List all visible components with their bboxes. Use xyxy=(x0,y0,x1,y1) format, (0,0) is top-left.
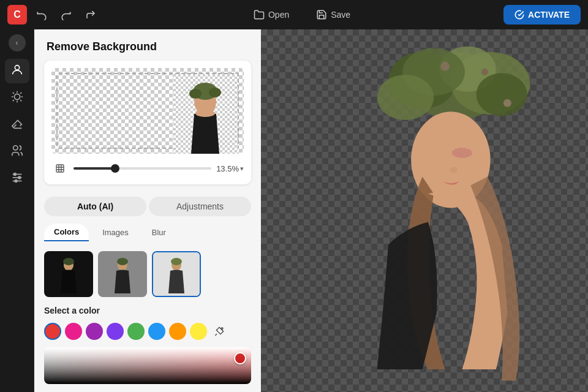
eyedropper-button[interactable] xyxy=(211,323,228,340)
open-button[interactable]: Open xyxy=(246,6,296,24)
erase-icon xyxy=(10,117,24,134)
svg-point-21 xyxy=(63,258,74,265)
svg-point-8 xyxy=(15,179,17,182)
svg-point-26 xyxy=(221,328,223,330)
svg-point-6 xyxy=(13,173,16,175)
svg-point-18 xyxy=(195,110,215,117)
tab-blur[interactable]: Blur xyxy=(142,224,176,241)
save-button[interactable]: Save xyxy=(309,6,358,24)
svg-point-35 xyxy=(481,69,488,75)
select-color-label: Select a color xyxy=(34,302,261,320)
palette-yellow[interactable] xyxy=(190,323,207,340)
palette-pink[interactable] xyxy=(65,323,82,340)
redo-forward-button[interactable] xyxy=(81,5,100,24)
redo-button[interactable] xyxy=(56,5,76,24)
svg-point-17 xyxy=(209,88,221,97)
svg-rect-19 xyxy=(56,165,64,172)
palette-purple[interactable] xyxy=(86,323,103,340)
tab-auto-ai[interactable]: Auto (AI) xyxy=(44,197,146,216)
panel: Remove Background xyxy=(34,29,261,392)
fit-view-button[interactable] xyxy=(51,160,69,177)
gradient-indicator xyxy=(234,352,246,364)
zoom-value: 13.5% ▾ xyxy=(216,164,244,173)
bg-swatches-row xyxy=(34,246,261,302)
sidebar-item-group[interactable] xyxy=(5,140,29,164)
svg-point-32 xyxy=(477,73,527,116)
chevron-left-icon: ‹ xyxy=(16,39,18,47)
palette-green[interactable] xyxy=(127,323,145,340)
canvas-area xyxy=(261,29,588,392)
svg-point-16 xyxy=(189,89,202,99)
sidebar-item-effects[interactable] xyxy=(5,86,29,110)
preview-box: 13.5% ▾ xyxy=(44,61,251,184)
adjust-icon xyxy=(10,171,24,187)
svg-point-38 xyxy=(452,148,472,158)
main-canvas-image xyxy=(261,29,588,392)
icon-sidebar: ‹ xyxy=(0,29,34,392)
effects-icon xyxy=(10,90,24,107)
main-tabs: Auto (AI) Adjustments xyxy=(34,194,261,221)
svg-point-36 xyxy=(503,99,511,107)
zoom-slider[interactable] xyxy=(74,167,211,170)
svg-point-34 xyxy=(440,62,450,71)
sidebar-item-erase[interactable] xyxy=(5,113,29,137)
svg-point-33 xyxy=(377,75,434,120)
color-palette-row xyxy=(34,320,261,345)
tab-adjustments[interactable]: Adjustments xyxy=(149,197,251,216)
svg-point-2 xyxy=(13,145,17,149)
undo-button[interactable] xyxy=(32,5,51,24)
svg-point-1 xyxy=(14,94,20,99)
palette-violet[interactable] xyxy=(107,323,124,340)
topbar: C Open Save ACTIVATE xyxy=(0,0,588,29)
palette-blue[interactable] xyxy=(148,323,165,340)
svg-point-0 xyxy=(15,65,19,69)
topbar-center: Open Save xyxy=(105,6,499,24)
color-gradient-picker[interactable] xyxy=(44,347,251,384)
profile-icon xyxy=(10,63,24,80)
swatch-light[interactable] xyxy=(152,251,201,297)
swatch-grey[interactable] xyxy=(98,251,147,297)
palette-orange[interactable] xyxy=(169,323,186,340)
group-icon xyxy=(10,144,24,160)
preview-person-svg xyxy=(173,74,238,154)
sidebar-item-profile[interactable] xyxy=(5,59,29,83)
main-layout: ‹ Remove Backgro xyxy=(0,29,588,392)
preview-image-area xyxy=(51,68,244,154)
palette-red[interactable] xyxy=(44,323,61,340)
zoom-dropdown-arrow: ▾ xyxy=(240,165,244,173)
svg-point-23 xyxy=(117,258,128,265)
svg-point-39 xyxy=(450,167,458,173)
activate-button[interactable]: ACTIVATE xyxy=(503,5,581,24)
tab-images[interactable]: Images xyxy=(92,224,138,241)
tab-colors[interactable]: Colors xyxy=(44,224,89,241)
app-logo: C xyxy=(7,5,27,24)
sub-tabs: Colors Images Blur xyxy=(34,221,261,246)
collapse-button[interactable]: ‹ xyxy=(9,34,26,51)
svg-point-25 xyxy=(171,258,182,265)
swatch-dark[interactable] xyxy=(44,251,93,297)
svg-point-7 xyxy=(18,176,20,179)
sidebar-item-adjust[interactable] xyxy=(5,167,29,191)
panel-title: Remove Background xyxy=(34,29,261,61)
preview-controls: 13.5% ▾ xyxy=(51,160,244,177)
